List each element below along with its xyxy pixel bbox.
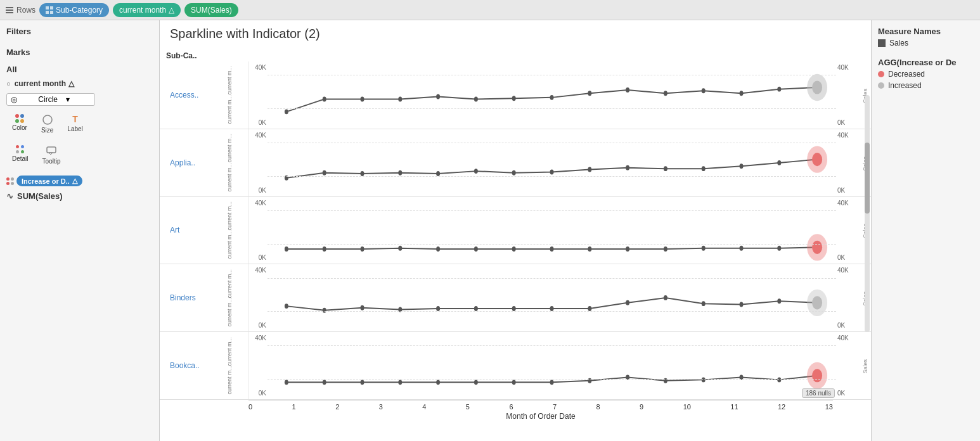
agg-increase-section: AGG(Increase or De Decreased Increased bbox=[878, 58, 974, 90]
dropdown-arrow-icon: ▾ bbox=[66, 95, 91, 104]
marks-section: Marks All ○ current month △ ◎ Circle ▾ bbox=[6, 48, 153, 201]
svg-point-34 bbox=[588, 167, 591, 172]
svg-rect-2 bbox=[6, 12, 13, 13]
filters-title: Filters bbox=[6, 27, 153, 36]
main-content: Filters Marks All ○ current month △ ◎ Ci… bbox=[0, 20, 980, 441]
svg-point-62 bbox=[436, 307, 440, 312]
svg-rect-0 bbox=[6, 7, 13, 8]
increase-row: Increase or D.. △ bbox=[6, 176, 153, 186]
tooltip-button[interactable]: Tooltip bbox=[37, 142, 67, 168]
row-link-binders[interactable]: Binders bbox=[170, 293, 196, 302]
svg-point-45 bbox=[398, 245, 402, 250]
label-label: Label bbox=[67, 125, 82, 132]
svg-point-37 bbox=[702, 166, 706, 171]
svg-point-29 bbox=[398, 170, 402, 176]
increased-label: Increased bbox=[888, 81, 922, 90]
x-tick-3: 3 bbox=[379, 403, 383, 411]
svg-rect-8 bbox=[47, 147, 56, 153]
shape-label: Circle bbox=[38, 95, 63, 104]
decreased-swatch bbox=[878, 71, 884, 77]
svg-point-66 bbox=[588, 307, 591, 312]
svg-point-60 bbox=[361, 305, 364, 310]
svg-point-87 bbox=[777, 378, 781, 383]
row-link-appliances[interactable]: Applia.. bbox=[170, 158, 195, 167]
svg-point-46 bbox=[436, 246, 440, 252]
svg-point-53 bbox=[702, 245, 706, 250]
color-button[interactable]: Color bbox=[6, 111, 33, 137]
x-tick-7: 7 bbox=[553, 403, 557, 411]
svg-point-89 bbox=[812, 369, 822, 382]
sparkline-chart-3: 40K 0K 40K 0K Sales bbox=[248, 197, 871, 264]
size-label: Size bbox=[41, 127, 53, 134]
row-link-accessories[interactable]: Access.. bbox=[170, 91, 198, 99]
svg-point-35 bbox=[626, 165, 629, 170]
current-month-text: current month bbox=[15, 79, 66, 88]
y-axis-left-2: 40K 0K bbox=[248, 129, 268, 196]
pill-sum-sales[interactable]: SUM(Sales) bbox=[184, 3, 238, 17]
svg-point-23 bbox=[777, 87, 781, 92]
svg-rect-1 bbox=[6, 10, 13, 11]
increase-delta: △ bbox=[72, 177, 77, 185]
detail-label: Detail bbox=[12, 155, 29, 162]
sub-ca-label: Sub-Ca.. bbox=[160, 44, 210, 60]
legend-item-increased: Increased bbox=[878, 81, 974, 90]
sparkline-inner-5: 186 nulls bbox=[268, 332, 836, 399]
detail-button[interactable]: Detail bbox=[6, 142, 34, 168]
measure-names-section: Measure Names Sales bbox=[878, 27, 974, 48]
svg-point-15 bbox=[474, 97, 478, 102]
scrollbar-thumb[interactable] bbox=[865, 143, 870, 214]
svg-point-78 bbox=[436, 380, 440, 385]
sales-label: Sales bbox=[889, 39, 908, 48]
x-tick-0: 0 bbox=[248, 403, 252, 411]
sparkline-svg-3 bbox=[268, 197, 836, 264]
increase-pill[interactable]: Increase or D.. △ bbox=[16, 176, 82, 186]
row-link-art[interactable]: Art bbox=[170, 226, 179, 234]
sales-swatch bbox=[878, 39, 886, 47]
left-panel: Filters Marks All ○ current month △ ◎ Ci… bbox=[0, 20, 160, 441]
sum-sales-label: SUM(Sales) bbox=[17, 191, 63, 201]
y-axis-left-5: 40K 0K bbox=[248, 332, 268, 399]
svg-point-51 bbox=[626, 246, 629, 252]
marks-icons-row: Color Size T Label bbox=[6, 111, 153, 137]
x-tick-2: 2 bbox=[335, 403, 339, 411]
svg-point-16 bbox=[512, 96, 516, 101]
x-tick-13: 13 bbox=[825, 403, 833, 411]
marks-all-row: All bbox=[6, 65, 153, 74]
label-button[interactable]: T Label bbox=[61, 111, 88, 137]
increase-label: Increase or D.. bbox=[22, 177, 70, 185]
sparkline-chart-2: 40K 0K 40K 0K Sales bbox=[248, 129, 871, 196]
chart-title: Sparkline with Indicator (2) bbox=[160, 20, 871, 44]
svg-point-64 bbox=[512, 307, 516, 312]
svg-point-25 bbox=[812, 80, 822, 94]
null-badge: 186 nulls bbox=[802, 388, 835, 398]
svg-point-10 bbox=[285, 109, 288, 114]
sum-sales-row: ∿ SUM(Sales) bbox=[6, 191, 153, 201]
row-link-bookcases[interactable]: Bookca.. bbox=[170, 361, 200, 370]
svg-point-31 bbox=[474, 169, 478, 174]
x-tick-4: 4 bbox=[422, 403, 426, 411]
svg-point-18 bbox=[588, 91, 591, 96]
svg-point-27 bbox=[323, 170, 326, 176]
scrollbar[interactable] bbox=[865, 95, 870, 332]
sparkline-inner-3 bbox=[268, 197, 836, 264]
table-row: Binders current m... current m... bbox=[160, 264, 871, 332]
svg-point-17 bbox=[550, 95, 554, 100]
svg-point-28 bbox=[361, 171, 364, 176]
svg-point-55 bbox=[777, 245, 781, 250]
svg-point-70 bbox=[740, 302, 744, 307]
pill-current-month[interactable]: current month △ bbox=[113, 3, 181, 17]
svg-point-47 bbox=[474, 246, 478, 252]
sparklines-rows: Access.. current m... current m... bbox=[160, 61, 871, 400]
shape-select[interactable]: ◎ Circle ▾ bbox=[6, 93, 95, 106]
current-month-col-3: current m... current m... bbox=[210, 197, 248, 264]
svg-point-30 bbox=[436, 171, 440, 176]
inc-dot4 bbox=[11, 182, 14, 185]
size-button[interactable]: Size bbox=[35, 111, 59, 137]
color-dot-green bbox=[15, 119, 19, 123]
detail-dot4 bbox=[21, 150, 24, 153]
sparkline-svg-2 bbox=[268, 129, 836, 196]
x-tick-12: 12 bbox=[778, 403, 785, 411]
pill-sub-category[interactable]: Sub-Category bbox=[39, 3, 109, 17]
table-row: Art current m... current m... bbox=[160, 197, 871, 265]
y-axis-right-5: 40K 0K Sales bbox=[836, 332, 871, 399]
